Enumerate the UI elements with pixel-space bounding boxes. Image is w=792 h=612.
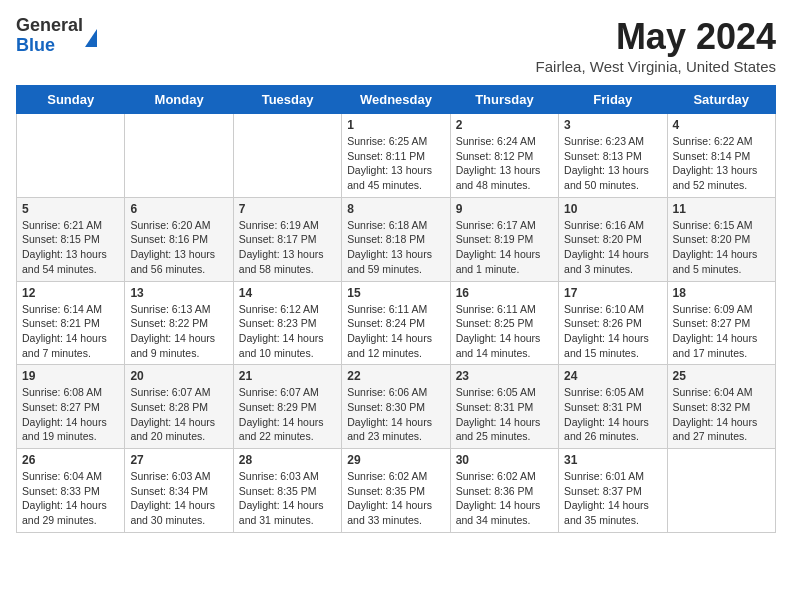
calendar-day-cell (125, 114, 233, 198)
logo-arrow-icon (85, 29, 97, 47)
day-number: 25 (673, 369, 770, 383)
day-number: 30 (456, 453, 553, 467)
calendar-day-cell: 4Sunrise: 6:22 AMSunset: 8:14 PMDaylight… (667, 114, 775, 198)
calendar-day-cell: 26Sunrise: 6:04 AMSunset: 8:33 PMDayligh… (17, 449, 125, 533)
day-number: 11 (673, 202, 770, 216)
calendar-day-cell: 13Sunrise: 6:13 AMSunset: 8:22 PMDayligh… (125, 281, 233, 365)
calendar-day-cell: 23Sunrise: 6:05 AMSunset: 8:31 PMDayligh… (450, 365, 558, 449)
day-info: Sunrise: 6:02 AMSunset: 8:35 PMDaylight:… (347, 470, 432, 526)
calendar-day-cell: 15Sunrise: 6:11 AMSunset: 8:24 PMDayligh… (342, 281, 450, 365)
calendar-day-cell: 20Sunrise: 6:07 AMSunset: 8:28 PMDayligh… (125, 365, 233, 449)
day-info: Sunrise: 6:09 AMSunset: 8:27 PMDaylight:… (673, 303, 758, 359)
header-row: SundayMondayTuesdayWednesdayThursdayFrid… (17, 86, 776, 114)
month-title: May 2024 (536, 16, 776, 58)
day-info: Sunrise: 6:05 AMSunset: 8:31 PMDaylight:… (456, 386, 541, 442)
calendar-day-cell: 2Sunrise: 6:24 AMSunset: 8:12 PMDaylight… (450, 114, 558, 198)
calendar-day-cell: 12Sunrise: 6:14 AMSunset: 8:21 PMDayligh… (17, 281, 125, 365)
day-number: 1 (347, 118, 444, 132)
day-info: Sunrise: 6:10 AMSunset: 8:26 PMDaylight:… (564, 303, 649, 359)
weekday-header: Tuesday (233, 86, 341, 114)
day-number: 23 (456, 369, 553, 383)
day-number: 18 (673, 286, 770, 300)
day-number: 7 (239, 202, 336, 216)
day-info: Sunrise: 6:24 AMSunset: 8:12 PMDaylight:… (456, 135, 541, 191)
calendar-day-cell: 1Sunrise: 6:25 AMSunset: 8:11 PMDaylight… (342, 114, 450, 198)
day-info: Sunrise: 6:02 AMSunset: 8:36 PMDaylight:… (456, 470, 541, 526)
calendar-week-row: 26Sunrise: 6:04 AMSunset: 8:33 PMDayligh… (17, 449, 776, 533)
calendar-day-cell: 14Sunrise: 6:12 AMSunset: 8:23 PMDayligh… (233, 281, 341, 365)
day-info: Sunrise: 6:21 AMSunset: 8:15 PMDaylight:… (22, 219, 107, 275)
calendar-day-cell: 19Sunrise: 6:08 AMSunset: 8:27 PMDayligh… (17, 365, 125, 449)
weekday-header: Saturday (667, 86, 775, 114)
calendar-table: SundayMondayTuesdayWednesdayThursdayFrid… (16, 85, 776, 533)
day-info: Sunrise: 6:19 AMSunset: 8:17 PMDaylight:… (239, 219, 324, 275)
weekday-header: Thursday (450, 86, 558, 114)
day-number: 8 (347, 202, 444, 216)
calendar-day-cell: 9Sunrise: 6:17 AMSunset: 8:19 PMDaylight… (450, 197, 558, 281)
day-number: 9 (456, 202, 553, 216)
day-number: 22 (347, 369, 444, 383)
day-info: Sunrise: 6:06 AMSunset: 8:30 PMDaylight:… (347, 386, 432, 442)
weekday-header: Friday (559, 86, 667, 114)
day-info: Sunrise: 6:16 AMSunset: 8:20 PMDaylight:… (564, 219, 649, 275)
day-number: 20 (130, 369, 227, 383)
day-info: Sunrise: 6:17 AMSunset: 8:19 PMDaylight:… (456, 219, 541, 275)
day-number: 28 (239, 453, 336, 467)
calendar-day-cell: 11Sunrise: 6:15 AMSunset: 8:20 PMDayligh… (667, 197, 775, 281)
calendar-day-cell: 21Sunrise: 6:07 AMSunset: 8:29 PMDayligh… (233, 365, 341, 449)
day-number: 5 (22, 202, 119, 216)
calendar-day-cell: 7Sunrise: 6:19 AMSunset: 8:17 PMDaylight… (233, 197, 341, 281)
day-info: Sunrise: 6:15 AMSunset: 8:20 PMDaylight:… (673, 219, 758, 275)
calendar-day-cell: 16Sunrise: 6:11 AMSunset: 8:25 PMDayligh… (450, 281, 558, 365)
day-number: 17 (564, 286, 661, 300)
day-info: Sunrise: 6:03 AMSunset: 8:35 PMDaylight:… (239, 470, 324, 526)
weekday-header: Sunday (17, 86, 125, 114)
day-info: Sunrise: 6:07 AMSunset: 8:28 PMDaylight:… (130, 386, 215, 442)
day-number: 16 (456, 286, 553, 300)
calendar-day-cell: 22Sunrise: 6:06 AMSunset: 8:30 PMDayligh… (342, 365, 450, 449)
calendar-day-cell: 27Sunrise: 6:03 AMSunset: 8:34 PMDayligh… (125, 449, 233, 533)
day-info: Sunrise: 6:13 AMSunset: 8:22 PMDaylight:… (130, 303, 215, 359)
calendar-day-cell (233, 114, 341, 198)
day-info: Sunrise: 6:05 AMSunset: 8:31 PMDaylight:… (564, 386, 649, 442)
day-number: 3 (564, 118, 661, 132)
calendar-day-cell: 31Sunrise: 6:01 AMSunset: 8:37 PMDayligh… (559, 449, 667, 533)
calendar-day-cell: 25Sunrise: 6:04 AMSunset: 8:32 PMDayligh… (667, 365, 775, 449)
weekday-header: Monday (125, 86, 233, 114)
day-info: Sunrise: 6:04 AMSunset: 8:33 PMDaylight:… (22, 470, 107, 526)
day-number: 13 (130, 286, 227, 300)
day-info: Sunrise: 6:25 AMSunset: 8:11 PMDaylight:… (347, 135, 432, 191)
calendar-day-cell: 8Sunrise: 6:18 AMSunset: 8:18 PMDaylight… (342, 197, 450, 281)
calendar-day-cell (17, 114, 125, 198)
day-number: 26 (22, 453, 119, 467)
day-number: 10 (564, 202, 661, 216)
calendar-day-cell: 6Sunrise: 6:20 AMSunset: 8:16 PMDaylight… (125, 197, 233, 281)
day-info: Sunrise: 6:23 AMSunset: 8:13 PMDaylight:… (564, 135, 649, 191)
day-number: 19 (22, 369, 119, 383)
day-number: 2 (456, 118, 553, 132)
logo-general: General (16, 16, 83, 36)
logo-text: General Blue (16, 16, 83, 56)
calendar-week-row: 12Sunrise: 6:14 AMSunset: 8:21 PMDayligh… (17, 281, 776, 365)
calendar-day-cell: 17Sunrise: 6:10 AMSunset: 8:26 PMDayligh… (559, 281, 667, 365)
title-block: May 2024 Fairlea, West Virginia, United … (536, 16, 776, 75)
calendar-day-cell: 18Sunrise: 6:09 AMSunset: 8:27 PMDayligh… (667, 281, 775, 365)
calendar-body: 1Sunrise: 6:25 AMSunset: 8:11 PMDaylight… (17, 114, 776, 533)
day-number: 24 (564, 369, 661, 383)
day-number: 4 (673, 118, 770, 132)
day-number: 31 (564, 453, 661, 467)
day-info: Sunrise: 6:18 AMSunset: 8:18 PMDaylight:… (347, 219, 432, 275)
calendar-day-cell: 5Sunrise: 6:21 AMSunset: 8:15 PMDaylight… (17, 197, 125, 281)
day-number: 15 (347, 286, 444, 300)
day-info: Sunrise: 6:14 AMSunset: 8:21 PMDaylight:… (22, 303, 107, 359)
day-info: Sunrise: 6:01 AMSunset: 8:37 PMDaylight:… (564, 470, 649, 526)
calendar-day-cell: 30Sunrise: 6:02 AMSunset: 8:36 PMDayligh… (450, 449, 558, 533)
page-header: General Blue May 2024 Fairlea, West Virg… (16, 16, 776, 75)
calendar-day-cell: 3Sunrise: 6:23 AMSunset: 8:13 PMDaylight… (559, 114, 667, 198)
day-info: Sunrise: 6:07 AMSunset: 8:29 PMDaylight:… (239, 386, 324, 442)
day-info: Sunrise: 6:04 AMSunset: 8:32 PMDaylight:… (673, 386, 758, 442)
calendar-header: SundayMondayTuesdayWednesdayThursdayFrid… (17, 86, 776, 114)
calendar-day-cell: 29Sunrise: 6:02 AMSunset: 8:35 PMDayligh… (342, 449, 450, 533)
day-number: 6 (130, 202, 227, 216)
day-number: 21 (239, 369, 336, 383)
